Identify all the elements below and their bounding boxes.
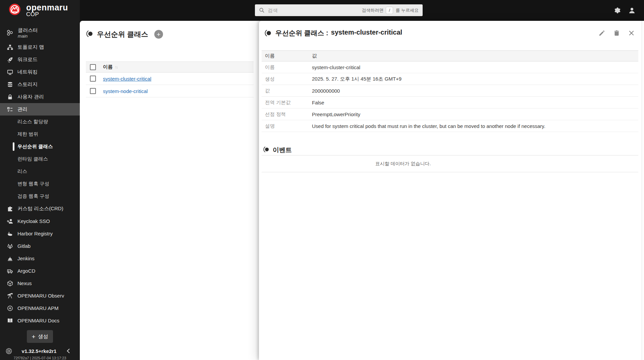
topology-map-icon: [7, 44, 13, 50]
gear-icon[interactable]: [614, 7, 621, 14]
detail-row-label: 값: [262, 88, 312, 94]
rocket-icon: [7, 56, 13, 63]
select-all-checkbox[interactable]: [90, 64, 96, 70]
key-user-icon: [7, 218, 13, 224]
sidebar-subitem-leases[interactable]: 리스: [0, 165, 80, 178]
cluster-version: v1.32.5+rke2r1: [12, 348, 66, 354]
sidebar-item-cluster[interactable]: 클러스터 main: [0, 26, 80, 41]
sidebar-item-topology-map[interactable]: 토폴로지 맵: [0, 41, 80, 53]
sidebar-item-gitlab[interactable]: Gitlab: [0, 240, 80, 252]
detail-table: 이름 값 이름 system-cluster-critical 생성 2025.…: [262, 50, 638, 132]
sidebar-item-label: OPENMARU Observ: [17, 293, 64, 299]
sidebar-item-workloads[interactable]: 워크로드: [0, 53, 80, 66]
sort-icon[interactable]: ↑↓: [115, 65, 117, 70]
close-icon[interactable]: [628, 30, 635, 37]
detail-row-value: PreemptLowerPriority: [312, 111, 360, 117]
sidebar-item-user-management[interactable]: 사용자 관리: [0, 91, 80, 103]
puzzle-icon: [7, 206, 13, 212]
sidebar-item-label: 네트워킹: [17, 69, 38, 75]
sidebar-item-jenkins[interactable]: Jenkins: [0, 252, 80, 265]
sidebar-item-openmaru-observ[interactable]: OPENMARU Observ: [0, 289, 80, 302]
detail-row-value: Used for system critical pods that must …: [312, 123, 545, 129]
sidebar-item-openmaru-apm[interactable]: OPENMARU APM: [0, 302, 80, 314]
checklist-icon: [7, 106, 13, 113]
drawer-actions: [598, 30, 635, 37]
detail-row: 값 2000000000: [262, 85, 638, 97]
sidebar-item-custom-resources[interactable]: 커스텀 리소스(CRD): [0, 203, 80, 215]
app-logo[interactable]: openmaru COP: [0, 0, 80, 21]
events-empty-state: 표시할 데이터가 없습니다.: [262, 155, 638, 172]
openmaru-logo-icon: [9, 3, 21, 17]
sidebar-item-networking[interactable]: 네트워킹: [0, 66, 80, 78]
helm-boat-icon: [7, 230, 13, 237]
version-row: v1.32.5+rke2r1: [0, 347, 80, 355]
search-hint: 검색하려면 / 를 누르세요: [362, 7, 419, 14]
sidebar-item-label: 토폴로지 맵: [17, 44, 44, 50]
search-bar[interactable]: 검색하려면 / 를 누르세요: [255, 4, 423, 16]
search-hint-suffix: 를 누르세요: [395, 7, 419, 13]
create-button-label: 생성: [38, 333, 48, 340]
sidebar-item-label: 관리: [17, 106, 28, 113]
sidebar-subitem-limit-ranges[interactable]: 제한 범위: [0, 128, 80, 140]
sidebar-item-storage[interactable]: 스토리지: [0, 78, 80, 91]
no-data-message: 표시할 데이터가 없습니다.: [375, 161, 431, 167]
sidebar-subitem-runtime-classes[interactable]: 런타임 클래스: [0, 153, 80, 165]
sidebar-item-label: Jenkins: [17, 256, 35, 261]
table-row: system-node-critical: [86, 85, 254, 97]
sidebar-item-openmaru-docs[interactable]: OPENMARU Docs: [0, 314, 80, 327]
truck-icon: [7, 268, 13, 274]
section-bullet-icon: [264, 29, 272, 37]
sidebar-item-argocd[interactable]: ArgoCD: [0, 265, 80, 277]
sidebar-subitem-mutating-webhooks[interactable]: 변형 웹훅 구성: [0, 178, 80, 190]
priority-class-link[interactable]: system-node-critical: [103, 88, 148, 94]
add-priority-class-button[interactable]: +: [154, 30, 163, 39]
slash-keycap: /: [386, 7, 393, 14]
search-hint-prefix: 검색하려면: [362, 7, 383, 13]
database-icon: [7, 81, 13, 88]
gitlab-fox-icon: [7, 243, 13, 249]
table-header-row: 이름 ↑↓: [86, 61, 254, 73]
detail-row-value: 2025. 5. 27. 오후 1시 45분 16초 GMT+9: [312, 76, 401, 82]
sidebar-item-keycloak-sso[interactable]: Keycloak SSO: [0, 215, 80, 227]
brand-subtitle: COP: [26, 11, 68, 17]
create-button[interactable]: + 생성: [27, 330, 53, 343]
search-icon: [259, 7, 265, 13]
detail-row-value: False: [312, 100, 324, 105]
events-title: 이벤트: [273, 146, 292, 154]
sidebar-item-label: Nexus: [17, 280, 32, 286]
row-checkbox[interactable]: [90, 76, 96, 82]
section-bullet-icon: [263, 146, 270, 154]
plus-icon: +: [32, 333, 35, 340]
sidebar: openmaru COP 클러스터 main 토폴로지 맵 워크로드 네트워킹: [0, 0, 80, 360]
sidebar-subitem-validating-webhooks[interactable]: 검증 웹훅 구성: [0, 190, 80, 203]
priority-class-link[interactable]: system-cluster-critical: [103, 76, 151, 82]
scrollbar[interactable]: [642, 21, 644, 360]
sidebar-item-management[interactable]: 관리: [0, 103, 80, 116]
drawer-title-prefix: 우선순위 클래스 :: [275, 29, 328, 38]
sidebar-item-label: 스토리지: [17, 81, 38, 88]
detail-table-header: 이름 값: [262, 51, 638, 61]
chevron-left-icon[interactable]: [66, 348, 71, 354]
search-input[interactable]: [268, 7, 359, 13]
topbar-actions: [614, 0, 636, 21]
topbar: 검색하려면 / 를 누르세요: [0, 0, 644, 21]
sidebar-item-label: 커스텀 리소스(CRD): [17, 206, 63, 212]
detail-row-label: 전역 기본값: [262, 99, 312, 106]
sidebar-item-label: 워크로드: [17, 56, 38, 63]
kubernetes-icon: [5, 348, 12, 355]
trash-icon[interactable]: [613, 30, 620, 37]
events-section-title: 이벤트: [263, 146, 292, 154]
sidebar-item-label: 사용자 관리: [17, 94, 44, 100]
priority-class-table: 이름 ↑↓ system-cluster-critical system-nod…: [86, 61, 254, 97]
sidebar-item-nexus[interactable]: Nexus: [0, 277, 80, 289]
sidebar-subitem-priority-classes[interactable]: 우선순위 클래스: [0, 140, 80, 153]
name-column-header[interactable]: 이름: [103, 64, 113, 70]
detail-row: 생성 2025. 5. 27. 오후 1시 45분 16초 GMT+9: [262, 73, 638, 85]
row-checkbox[interactable]: [90, 88, 96, 94]
sidebar-item-harbor-registry[interactable]: Harbor Registry: [0, 227, 80, 240]
detail-row: 이름 system-cluster-critical: [262, 61, 638, 73]
sidebar-subitem-resource-quotas[interactable]: 리소스 할당량: [0, 116, 80, 128]
detail-row-label: 선점 정책: [262, 111, 312, 118]
user-icon[interactable]: [628, 6, 636, 14]
pencil-icon[interactable]: [598, 30, 605, 37]
